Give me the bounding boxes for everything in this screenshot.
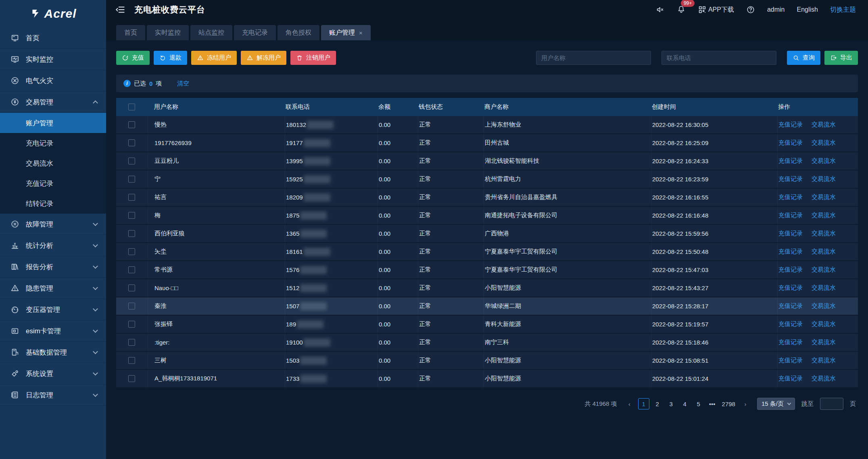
sidebar-item[interactable]: 故障管理: [0, 214, 106, 235]
next-page-button[interactable]: ›: [740, 401, 751, 407]
recharge-record-link[interactable]: 充值记录: [778, 375, 803, 382]
row-checkbox[interactable]: [128, 375, 135, 382]
page-number[interactable]: 1: [638, 398, 649, 409]
recharge-record-link[interactable]: 充值记录: [778, 357, 803, 364]
recharge-record-link[interactable]: 充值记录: [778, 193, 803, 201]
sidebar-item[interactable]: 基础数据管理: [0, 342, 106, 363]
row-checkbox[interactable]: [128, 285, 135, 291]
row-checkbox[interactable]: [128, 321, 135, 328]
transaction-flow-link[interactable]: 交易流水: [812, 320, 836, 328]
recharge-record-link[interactable]: 充值记录: [778, 339, 803, 346]
sidebar-item[interactable]: 电气火灾: [0, 70, 106, 91]
row-checkbox[interactable]: [128, 176, 135, 183]
sidebar-subitem[interactable]: 充值记录: [0, 173, 106, 193]
row-checkbox[interactable]: [128, 303, 135, 309]
transaction-flow-link[interactable]: 交易流水: [812, 266, 836, 274]
transaction-flow-link[interactable]: 交易流水: [812, 212, 836, 219]
select-all-checkbox[interactable]: [128, 104, 135, 110]
search-button[interactable]: 查询: [787, 51, 820, 65]
page-number[interactable]: 5: [693, 398, 704, 409]
row-checkbox[interactable]: [128, 248, 135, 255]
recharge-record-link[interactable]: 充值记录: [778, 175, 803, 183]
row-checkbox[interactable]: [128, 266, 135, 273]
sidebar-item[interactable]: 首页: [0, 27, 106, 49]
freeze-user-button[interactable]: 冻结用户: [191, 51, 237, 65]
sidebar-item[interactable]: 隐患管理: [0, 278, 106, 299]
sidebar-subitem[interactable]: 充电记录: [0, 133, 106, 153]
recharge-record-link[interactable]: 充值记录: [778, 320, 803, 328]
row-checkbox[interactable]: [128, 139, 135, 146]
transaction-flow-link[interactable]: 交易流水: [812, 121, 836, 129]
recharge-record-link[interactable]: 充值记录: [778, 284, 803, 292]
sidebar-item[interactable]: 报告分析: [0, 256, 106, 278]
recharge-record-link[interactable]: 充值记录: [778, 139, 803, 147]
tab[interactable]: 首页: [116, 25, 145, 40]
page-number[interactable]: 3: [666, 398, 677, 409]
transaction-flow-link[interactable]: 交易流水: [812, 339, 836, 346]
help-icon[interactable]: [746, 5, 755, 14]
page-number[interactable]: 4: [679, 398, 691, 409]
row-checkbox[interactable]: [128, 357, 135, 364]
sidebar-item[interactable]: 系统设置: [0, 363, 106, 384]
tab-close-icon[interactable]: ×: [359, 29, 363, 36]
transaction-flow-link[interactable]: 交易流水: [812, 193, 836, 201]
recharge-record-link[interactable]: 充值记录: [778, 230, 803, 237]
sidebar-subitem[interactable]: 账户管理: [0, 113, 106, 133]
prev-page-button[interactable]: ‹: [624, 401, 635, 407]
recharge-button[interactable]: 充值: [116, 51, 150, 65]
transaction-flow-link[interactable]: 交易流水: [812, 284, 836, 292]
sidebar-item[interactable]: esim卡管理: [0, 320, 106, 342]
sidebar-subitem[interactable]: 结转记录: [0, 193, 106, 214]
language-switch[interactable]: English: [797, 6, 818, 13]
export-button[interactable]: 导出: [824, 51, 858, 65]
recharge-record-link[interactable]: 充值记录: [778, 212, 803, 219]
row-checkbox[interactable]: [128, 212, 135, 219]
transaction-flow-link[interactable]: 交易流水: [812, 375, 836, 382]
jump-page-input[interactable]: [820, 398, 843, 410]
page-number[interactable]: •••: [707, 398, 718, 409]
tab[interactable]: 实时监控: [147, 25, 189, 40]
unfreeze-user-button[interactable]: 解冻用户: [241, 51, 286, 65]
recharge-record-link[interactable]: 充值记录: [778, 157, 803, 165]
transaction-flow-link[interactable]: 交易流水: [812, 230, 836, 237]
app-download-button[interactable]: APP下载: [698, 5, 734, 14]
clear-selection-link[interactable]: 清空: [177, 80, 189, 87]
sidebar-item[interactable]: 实时监控: [0, 49, 106, 70]
phone-filter-input[interactable]: [661, 51, 776, 65]
page-size-select[interactable]: 15 条/页: [757, 398, 795, 410]
transaction-flow-link[interactable]: 交易流水: [812, 357, 836, 364]
recharge-record-link[interactable]: 充值记录: [778, 248, 803, 255]
sidebar-item[interactable]: 变压器管理: [0, 299, 106, 320]
transaction-flow-link[interactable]: 交易流水: [812, 157, 836, 165]
sidebar-subitem[interactable]: 交易流水: [0, 153, 106, 173]
recharge-record-link[interactable]: 充值记录: [778, 302, 803, 310]
username-filter-input[interactable]: [536, 51, 651, 65]
tab[interactable]: 充电记录: [234, 25, 276, 40]
row-checkbox[interactable]: [128, 158, 135, 164]
refund-button[interactable]: 退款: [154, 51, 187, 65]
sidebar-item[interactable]: 统计分析: [0, 235, 106, 256]
username[interactable]: admin: [767, 6, 785, 13]
tab[interactable]: 账户管理 ×: [321, 25, 371, 40]
recharge-record-link[interactable]: 充值记录: [778, 266, 803, 274]
recharge-record-link[interactable]: 充值记录: [778, 121, 803, 129]
row-checkbox[interactable]: [128, 230, 135, 237]
row-checkbox[interactable]: [128, 121, 135, 128]
mute-icon[interactable]: [656, 5, 665, 14]
sidebar-item[interactable]: 交易管理: [0, 91, 106, 113]
tab[interactable]: 角色授权: [278, 25, 319, 40]
tab[interactable]: 站点监控: [190, 25, 232, 40]
notifications-button[interactable]: 99+: [677, 4, 686, 15]
page-number[interactable]: 2798: [720, 398, 737, 409]
transaction-flow-link[interactable]: 交易流水: [812, 302, 836, 310]
sidebar-item[interactable]: 日志管理: [0, 384, 106, 406]
page-number[interactable]: 2: [652, 398, 663, 409]
transaction-flow-link[interactable]: 交易流水: [812, 248, 836, 255]
transaction-flow-link[interactable]: 交易流水: [812, 139, 836, 147]
deactivate-user-button[interactable]: 注销用户: [290, 51, 336, 65]
row-checkbox[interactable]: [128, 339, 135, 346]
sidebar-collapse-icon[interactable]: [115, 4, 125, 15]
row-checkbox[interactable]: [128, 194, 135, 201]
theme-switch-link[interactable]: 切换主题: [830, 6, 856, 14]
transaction-flow-link[interactable]: 交易流水: [812, 175, 836, 183]
